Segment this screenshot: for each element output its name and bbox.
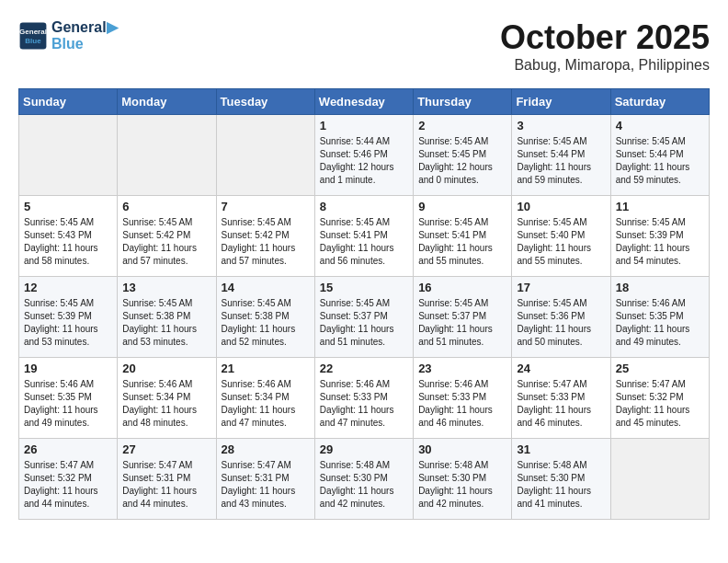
cell-text-line: Sunset: 5:43 PM [24, 229, 112, 242]
cell-text-line: Daylight: 11 hours [320, 323, 408, 336]
day-number: 7 [222, 200, 310, 213]
month-title: October 2025 [500, 18, 710, 57]
cell-text-line: Sunset: 5:40 PM [517, 229, 605, 242]
page-header: General Blue General▶ Blue October 2025 … [18, 18, 710, 74]
cell-text-line: and 59 minutes. [517, 174, 605, 187]
day-number: 29 [320, 442, 408, 456]
calendar-cell: 1Sunrise: 5:44 AMSunset: 5:46 PMDaylight… [314, 115, 413, 196]
cell-text-line: Daylight: 11 hours [122, 485, 210, 498]
calendar-cell: 4Sunrise: 5:45 AMSunset: 5:44 PMDaylight… [610, 115, 709, 196]
cell-text-line: Sunset: 5:45 PM [418, 148, 506, 161]
cell-text-line: Sunrise: 5:47 AM [517, 378, 605, 391]
cell-text-line: and 49 minutes. [24, 417, 112, 430]
day-header-tuesday: Tuesday [216, 89, 314, 115]
cell-text-line: and 50 minutes. [517, 336, 605, 349]
cell-text-line: Sunrise: 5:45 AM [24, 216, 112, 229]
logo: General Blue General▶ Blue [18, 18, 118, 52]
day-number: 31 [517, 442, 605, 456]
cell-text-line: Daylight: 11 hours [122, 323, 210, 336]
calendar-cell: 13Sunrise: 5:45 AMSunset: 5:38 PMDayligh… [118, 277, 216, 358]
logo-text: General▶ [51, 18, 118, 36]
cell-text-line: Sunset: 5:44 PM [616, 148, 704, 161]
calendar-cell: 10Sunrise: 5:45 AMSunset: 5:40 PMDayligh… [512, 196, 610, 277]
cell-text-line: Sunset: 5:44 PM [517, 148, 605, 161]
cell-text-line: and 46 minutes. [517, 417, 605, 430]
cell-text-line: and 44 minutes. [24, 498, 112, 511]
cell-text-line: and 47 minutes. [320, 417, 408, 430]
cell-text-line: Daylight: 12 hours [418, 161, 506, 174]
cell-text-line: and 44 minutes. [122, 498, 210, 511]
cell-text-line: Daylight: 11 hours [616, 242, 704, 255]
calendar-cell: 28Sunrise: 5:47 AMSunset: 5:31 PMDayligh… [216, 439, 314, 520]
cell-text-line: Daylight: 11 hours [418, 323, 506, 336]
calendar-cell: 11Sunrise: 5:45 AMSunset: 5:39 PMDayligh… [610, 196, 709, 277]
calendar-week-row: 19Sunrise: 5:46 AMSunset: 5:35 PMDayligh… [19, 358, 710, 439]
day-number: 8 [320, 200, 408, 213]
cell-text-line: Sunset: 5:42 PM [222, 229, 310, 242]
day-number: 25 [616, 362, 704, 375]
calendar-table: SundayMondayTuesdayWednesdayThursdayFrid… [18, 88, 710, 520]
cell-text-line: Sunset: 5:35 PM [616, 310, 704, 323]
cell-text-line: Daylight: 11 hours [222, 404, 310, 417]
calendar-cell: 20Sunrise: 5:46 AMSunset: 5:34 PMDayligh… [118, 358, 216, 439]
cell-text-line: Sunset: 5:33 PM [517, 391, 605, 404]
cell-text-line: Daylight: 11 hours [418, 485, 506, 498]
calendar-week-row: 26Sunrise: 5:47 AMSunset: 5:32 PMDayligh… [19, 439, 710, 520]
cell-text-line: Sunrise: 5:45 AM [122, 216, 210, 229]
day-number: 30 [418, 442, 506, 456]
day-number: 1 [320, 119, 408, 132]
logo-icon: General Blue [18, 21, 48, 51]
cell-text-line: Daylight: 11 hours [222, 242, 310, 255]
cell-text-line: Sunrise: 5:45 AM [418, 216, 506, 229]
day-number: 23 [418, 362, 506, 375]
day-number: 13 [122, 281, 210, 294]
cell-text-line: Sunrise: 5:45 AM [616, 216, 704, 229]
cell-text-line: Daylight: 11 hours [517, 323, 605, 336]
day-number: 12 [24, 281, 112, 294]
day-number: 20 [122, 362, 210, 375]
cell-text-line: Daylight: 11 hours [222, 485, 310, 498]
calendar-week-row: 5Sunrise: 5:45 AMSunset: 5:43 PMDaylight… [19, 196, 710, 277]
cell-text-line: Sunset: 5:32 PM [24, 472, 112, 485]
cell-text-line: and 46 minutes. [418, 417, 506, 430]
cell-text-line: and 49 minutes. [616, 336, 704, 349]
cell-text-line: Sunrise: 5:45 AM [517, 216, 605, 229]
cell-text-line: Sunset: 5:31 PM [222, 472, 310, 485]
cell-text-line: and 1 minute. [320, 174, 408, 187]
calendar-cell: 6Sunrise: 5:45 AMSunset: 5:42 PMDaylight… [118, 196, 216, 277]
cell-text-line: Sunrise: 5:46 AM [222, 378, 310, 391]
calendar-cell: 19Sunrise: 5:46 AMSunset: 5:35 PMDayligh… [19, 358, 118, 439]
calendar-week-row: 12Sunrise: 5:45 AMSunset: 5:39 PMDayligh… [19, 277, 710, 358]
cell-text-line: Daylight: 11 hours [122, 242, 210, 255]
day-number: 5 [24, 200, 112, 213]
cell-text-line: Sunrise: 5:45 AM [418, 297, 506, 310]
day-number: 14 [222, 281, 310, 294]
calendar-cell: 26Sunrise: 5:47 AMSunset: 5:32 PMDayligh… [19, 439, 118, 520]
cell-text-line: and 41 minutes. [517, 498, 605, 511]
cell-text-line: Sunrise: 5:47 AM [24, 459, 112, 472]
day-number: 11 [616, 200, 704, 213]
calendar-cell: 31Sunrise: 5:48 AMSunset: 5:30 PMDayligh… [512, 439, 610, 520]
cell-text-line: Sunrise: 5:45 AM [320, 297, 408, 310]
day-number: 28 [222, 442, 310, 456]
calendar-cell: 23Sunrise: 5:46 AMSunset: 5:33 PMDayligh… [414, 358, 512, 439]
logo-subtext: Blue [51, 36, 118, 52]
day-number: 3 [517, 119, 605, 132]
cell-text-line: and 47 minutes. [222, 417, 310, 430]
day-number: 27 [122, 442, 210, 456]
cell-text-line: Sunrise: 5:45 AM [320, 216, 408, 229]
title-block: October 2025 Babug, Mimaropa, Philippine… [500, 18, 710, 74]
calendar-cell: 8Sunrise: 5:45 AMSunset: 5:41 PMDaylight… [314, 196, 413, 277]
cell-text-line: Sunrise: 5:44 AM [320, 135, 408, 148]
cell-text-line: Daylight: 11 hours [24, 242, 112, 255]
cell-text-line: Sunset: 5:31 PM [122, 472, 210, 485]
calendar-cell: 2Sunrise: 5:45 AMSunset: 5:45 PMDaylight… [414, 115, 512, 196]
cell-text-line: Sunset: 5:39 PM [24, 310, 112, 323]
day-header-monday: Monday [118, 89, 216, 115]
cell-text-line: Daylight: 11 hours [517, 404, 605, 417]
cell-text-line: and 42 minutes. [320, 498, 408, 511]
calendar-cell [118, 115, 216, 196]
cell-text-line: Daylight: 11 hours [418, 404, 506, 417]
cell-text-line: and 52 minutes. [222, 336, 310, 349]
cell-text-line: Sunrise: 5:46 AM [418, 378, 506, 391]
